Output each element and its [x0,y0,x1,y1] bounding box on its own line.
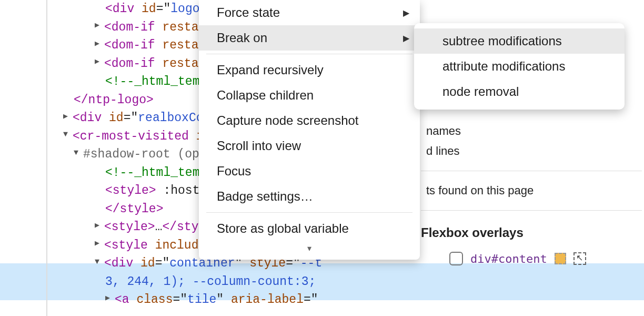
submenu-node-removal[interactable]: node removal [414,79,625,104]
menu-force-state[interactable]: Force state ▶ [199,0,420,25]
expand-arrow-icon[interactable]: ▶ [95,220,104,232]
submenu-arrow-icon: ▶ [403,8,409,18]
menu-focus[interactable]: Focus [199,159,420,184]
submenu-subtree-modifications[interactable]: subtree modifications [414,28,625,54]
expand-arrow-icon[interactable]: ▶ [105,293,115,305]
menu-capture-screenshot[interactable]: Capture node screenshot [199,108,420,133]
overlay-checkbox[interactable] [449,252,463,265]
color-swatch-icon[interactable] [555,253,566,264]
expand-arrow-icon[interactable]: ▶ [63,111,73,123]
partial-text: names [421,121,642,141]
dom-node-continuation[interactable]: 3, 244, 1); --column-count:3; [42,273,421,291]
submenu-arrow-icon: ▶ [403,33,409,43]
expand-arrow-icon[interactable]: ▶ [95,56,104,68]
break-on-submenu: subtree modifications attribute modifica… [414,23,625,110]
menu-divider [206,212,412,213]
menu-break-on[interactable]: Break on ▶ [199,25,420,51]
expand-arrow-icon[interactable]: ▶ [95,20,104,32]
menu-badge-settings[interactable]: Badge settings… [199,184,420,209]
menu-scroll-into-view[interactable]: Scroll into view [199,133,420,159]
flexbox-overlay-row[interactable]: div#content [421,252,642,265]
panel-divider [421,210,642,211]
expand-arrow-icon[interactable]: ▶ [95,38,104,51]
panel-divider [421,171,642,171]
menu-collapse-children[interactable]: Collapse children [199,83,420,108]
expand-arrow-icon[interactable]: ▶ [95,238,104,250]
layout-panel: names d lines ts found on this page Flex… [421,121,642,265]
overlay-selector: div#content [470,252,547,265]
collapse-arrow-icon[interactable]: ▼ [95,256,104,269]
overlay-pattern-icon[interactable] [573,252,586,265]
menu-more-icon: ▾ [199,241,420,253]
context-menu: Force state ▶ Break on ▶ Expand recursiv… [199,0,420,260]
menu-store-global[interactable]: Store as global variable [199,216,420,241]
collapse-arrow-icon[interactable]: ▼ [63,129,73,141]
submenu-attribute-modifications[interactable]: attribute modifications [414,54,625,79]
partial-text: ts found on this page [421,181,642,201]
dom-node[interactable]: ▶<a class="tile" aria-label=" [42,291,421,309]
menu-expand-recursively[interactable]: Expand recursively [199,57,420,83]
collapse-arrow-icon[interactable]: ▼ [74,147,83,160]
menu-divider [206,54,412,54]
flexbox-overlays-heading: Flexbox overlays [421,220,642,245]
partial-text: d lines [421,141,642,161]
